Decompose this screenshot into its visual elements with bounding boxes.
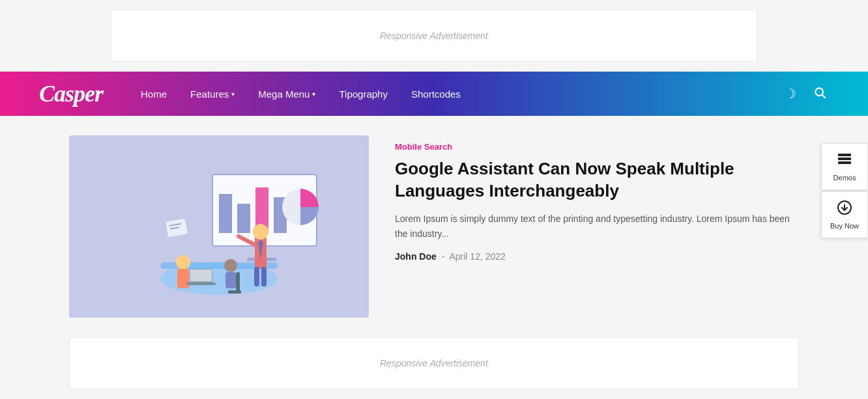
- svg-point-25: [224, 259, 237, 272]
- nav-item-shortcodes[interactable]: Shortcodes: [399, 74, 472, 114]
- article-illustration: [69, 135, 369, 318]
- article-category[interactable]: Mobile Search: [395, 142, 792, 152]
- side-buttons: Demos Buy Now: [821, 143, 868, 238]
- demos-button[interactable]: Demos: [821, 143, 868, 190]
- svg-rect-24: [186, 282, 216, 285]
- moon-button[interactable]: ☽: [782, 83, 799, 104]
- nav-home-label: Home: [141, 89, 167, 100]
- nav-menu: Home Features ▾ Mega Menu ▾ Tipography S…: [129, 74, 782, 114]
- svg-rect-21: [177, 269, 189, 288]
- nav-shortcodes-label: Shortcodes: [411, 89, 461, 100]
- megamenu-chevron-icon: ▾: [312, 90, 315, 98]
- article-title[interactable]: Google Assistant Can Now Speak Multiple …: [395, 158, 792, 202]
- svg-rect-33: [838, 158, 851, 160]
- moon-icon: ☽: [785, 86, 796, 102]
- search-icon: [813, 86, 826, 102]
- ad-banner-bottom: Responsive Advertisement: [69, 337, 799, 389]
- demos-label: Demos: [833, 174, 856, 182]
- nav-item-typography[interactable]: Tipography: [327, 74, 399, 114]
- svg-rect-6: [237, 204, 250, 233]
- nav-megamenu-label: Mega Menu: [258, 89, 310, 100]
- article-meta: John Doe - April 12, 2022: [395, 251, 792, 262]
- download-icon: [837, 200, 852, 219]
- nav-item-features[interactable]: Features ▾: [179, 74, 246, 114]
- svg-rect-23: [190, 269, 212, 281]
- search-button[interactable]: [811, 83, 829, 105]
- svg-rect-28: [228, 290, 241, 294]
- buy-now-label: Buy Now: [830, 222, 859, 230]
- svg-line-1: [822, 94, 826, 98]
- article-date: April 12, 2022: [449, 251, 505, 262]
- svg-rect-27: [236, 272, 240, 292]
- svg-rect-26: [225, 272, 236, 288]
- main-nav: Casper Home Features ▾ Mega Menu ▾ Tipog…: [0, 72, 868, 116]
- nav-item-home[interactable]: Home: [129, 74, 179, 114]
- buy-now-button[interactable]: Buy Now: [821, 191, 868, 238]
- main-content: Mobile Search Google Assistant Can Now S…: [56, 116, 812, 399]
- svg-rect-32: [838, 154, 851, 156]
- nav-logo[interactable]: Casper: [39, 80, 103, 107]
- meta-separator: -: [442, 251, 445, 262]
- article-author[interactable]: John Doe: [395, 251, 437, 262]
- nav-item-megamenu[interactable]: Mega Menu ▾: [246, 74, 327, 114]
- nav-features-label: Features: [190, 89, 229, 100]
- svg-rect-34: [838, 161, 851, 164]
- article-card: Mobile Search Google Assistant Can Now S…: [69, 135, 799, 318]
- svg-rect-5: [219, 194, 232, 233]
- svg-rect-18: [261, 267, 267, 286]
- nav-typography-label: Tipography: [339, 89, 388, 100]
- demos-icon: [837, 152, 852, 171]
- svg-point-15: [253, 224, 268, 240]
- svg-rect-17: [254, 267, 259, 286]
- features-chevron-icon: ▾: [231, 90, 235, 98]
- ad-bottom-label: Responsive Advertisement: [380, 358, 488, 368]
- nav-icons: ☽: [782, 83, 829, 105]
- article-image[interactable]: [69, 135, 369, 318]
- article-excerpt: Lorem Ipsum is simply dummy text of the …: [395, 212, 792, 243]
- svg-point-20: [176, 255, 190, 269]
- ad-top-label: Responsive Advertisement: [380, 31, 488, 41]
- article-text-content: Mobile Search Google Assistant Can Now S…: [395, 135, 799, 268]
- ad-banner-top: Responsive Advertisement: [111, 10, 757, 62]
